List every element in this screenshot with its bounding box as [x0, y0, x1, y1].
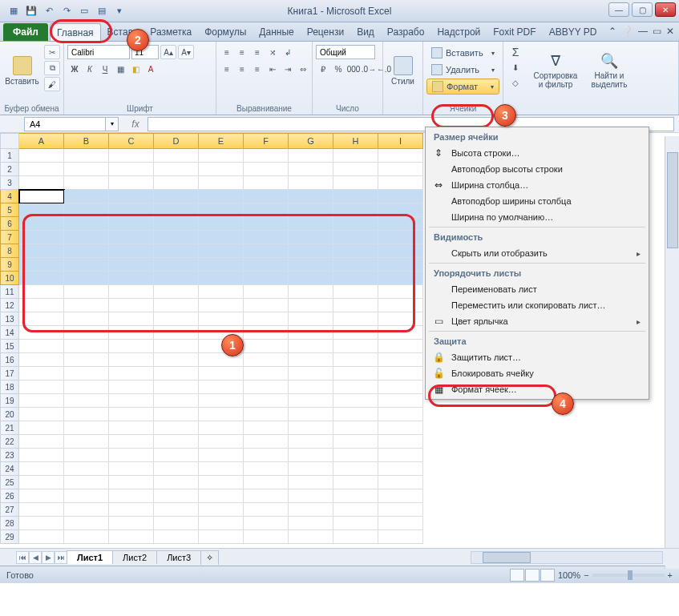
cell-D16[interactable]: [154, 353, 199, 367]
cell-E23[interactable]: [199, 449, 244, 462]
cell-I23[interactable]: [378, 449, 423, 462]
cell-G20[interactable]: [289, 408, 333, 421]
cell-E2[interactable]: [199, 163, 244, 176]
cell-A27[interactable]: [19, 503, 64, 517]
dd-row-height[interactable]: ⇕Высота строки…: [426, 145, 649, 161]
cell-A1[interactable]: [19, 149, 64, 163]
cell-B9[interactable]: [64, 258, 109, 272]
cell-H9[interactable]: [333, 258, 378, 272]
cell-A22[interactable]: [19, 435, 64, 449]
cell-G27[interactable]: [289, 503, 333, 517]
cell-I12[interactable]: [378, 299, 423, 312]
qa-dropdown-icon[interactable]: ▾: [111, 2, 128, 20]
cell-B28[interactable]: [64, 517, 109, 530]
cell-A3[interactable]: [19, 176, 64, 190]
doc-restore-icon[interactable]: ▭: [653, 26, 661, 37]
fill-icon[interactable]: ⬇: [507, 60, 524, 74]
cell-F4[interactable]: [244, 190, 289, 203]
cell-D22[interactable]: [154, 435, 199, 449]
doc-min-icon[interactable]: —: [638, 26, 648, 37]
cell-E26[interactable]: [199, 489, 244, 503]
increase-decimal-icon[interactable]: .0→: [362, 62, 376, 76]
cell-F21[interactable]: [244, 421, 289, 435]
view-pagebreak-icon[interactable]: [540, 569, 555, 582]
cell-H2[interactable]: [333, 163, 378, 176]
cell-H11[interactable]: [333, 285, 378, 299]
cell-G26[interactable]: [289, 489, 333, 503]
dd-tab-color[interactable]: ▭Цвет ярлычка: [426, 313, 649, 329]
cell-H12[interactable]: [333, 299, 378, 312]
close-button[interactable]: ✕: [655, 2, 676, 17]
cell-A14[interactable]: [19, 326, 64, 340]
cell-H28[interactable]: [333, 517, 378, 530]
column-header-B[interactable]: B: [64, 133, 109, 149]
dd-autofit-col[interactable]: Автоподбор ширины столбца: [426, 193, 649, 209]
sheet-tab-1[interactable]: Лист1: [67, 550, 113, 564]
cell-H15[interactable]: [333, 340, 378, 353]
row-header-8[interactable]: 8: [0, 244, 19, 258]
column-header-G[interactable]: G: [289, 133, 333, 149]
cell-E3[interactable]: [199, 176, 244, 190]
cell-D6[interactable]: [154, 217, 199, 231]
copy-icon[interactable]: ⧉: [44, 61, 60, 75]
cell-B15[interactable]: [64, 340, 109, 353]
sheet-nav-last[interactable]: ⏭: [55, 551, 67, 564]
row-header-23[interactable]: 23: [0, 449, 19, 462]
cell-I9[interactable]: [378, 258, 423, 272]
cell-A6[interactable]: [19, 217, 64, 231]
cell-I14[interactable]: [378, 326, 423, 340]
cell-F8[interactable]: [244, 244, 289, 258]
cell-F11[interactable]: [244, 285, 289, 299]
cell-E27[interactable]: [199, 503, 244, 517]
vertical-scrollbar[interactable]: [665, 136, 679, 569]
name-box-dropdown[interactable]: ▾: [106, 117, 119, 131]
cell-G14[interactable]: [289, 326, 333, 340]
cell-B23[interactable]: [64, 449, 109, 462]
cell-H19[interactable]: [333, 394, 378, 408]
cell-G11[interactable]: [289, 285, 333, 299]
cell-F13[interactable]: [244, 312, 289, 326]
cell-D15[interactable]: [154, 340, 199, 353]
cell-G15[interactable]: [289, 340, 333, 353]
dd-autofit-row[interactable]: Автоподбор высоты строки: [426, 161, 649, 177]
cell-E13[interactable]: [199, 312, 244, 326]
cell-H17[interactable]: [333, 367, 378, 380]
cell-B20[interactable]: [64, 408, 109, 421]
cell-A4[interactable]: [19, 190, 64, 203]
cell-B17[interactable]: [64, 367, 109, 380]
name-box[interactable]: A4: [24, 117, 106, 131]
cell-B19[interactable]: [64, 394, 109, 408]
cell-B8[interactable]: [64, 244, 109, 258]
cell-E22[interactable]: [199, 435, 244, 449]
tab-formulas[interactable]: Формулы: [198, 23, 253, 41]
cell-I27[interactable]: [378, 503, 423, 517]
cell-G8[interactable]: [289, 244, 333, 258]
column-header-I[interactable]: I: [378, 133, 423, 149]
cell-I19[interactable]: [378, 394, 423, 408]
row-header-3[interactable]: 3: [0, 176, 19, 190]
row-header-20[interactable]: 20: [0, 408, 19, 421]
column-header-A[interactable]: A: [19, 133, 64, 149]
cell-A8[interactable]: [19, 244, 64, 258]
cell-B14[interactable]: [64, 326, 109, 340]
cell-C22[interactable]: [109, 435, 154, 449]
cell-F16[interactable]: [244, 353, 289, 367]
cell-E29[interactable]: [199, 530, 244, 544]
row-header-25[interactable]: 25: [0, 476, 19, 489]
autosum-icon[interactable]: Σ: [507, 45, 524, 59]
row-header-29[interactable]: 29: [0, 530, 19, 544]
cell-I22[interactable]: [378, 435, 423, 449]
cell-C7[interactable]: [109, 231, 154, 244]
cell-E6[interactable]: [199, 217, 244, 231]
cell-I11[interactable]: [378, 285, 423, 299]
cell-C21[interactable]: [109, 421, 154, 435]
cell-F19[interactable]: [244, 394, 289, 408]
row-header-9[interactable]: 9: [0, 258, 19, 272]
cell-H8[interactable]: [333, 244, 378, 258]
cell-F18[interactable]: [244, 380, 289, 394]
cell-E21[interactable]: [199, 421, 244, 435]
row-header-22[interactable]: 22: [0, 435, 19, 449]
horizontal-scrollbar[interactable]: [471, 551, 663, 564]
cell-F1[interactable]: [244, 149, 289, 163]
align-bottom-icon[interactable]: ≡: [250, 45, 265, 59]
